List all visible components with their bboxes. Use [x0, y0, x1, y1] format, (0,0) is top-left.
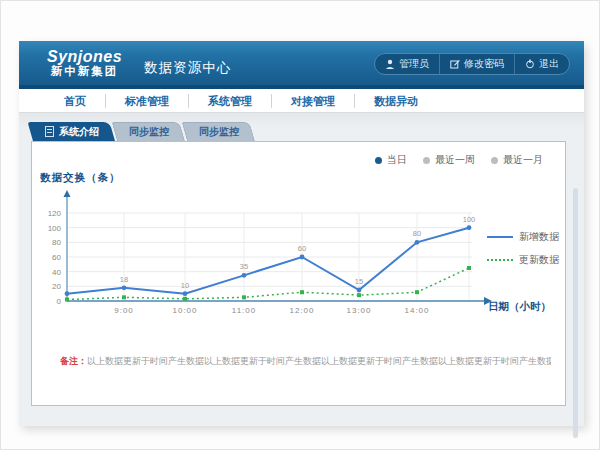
tab-sync-monitor-2[interactable]: 同步监控 [187, 122, 255, 141]
legend-update-data: 更新数据 [487, 253, 559, 267]
svg-text:60: 60 [52, 253, 61, 262]
filter-last-month[interactable]: 最近一月 [491, 153, 543, 167]
document-icon [45, 126, 54, 137]
tab-system-intro-label: 系统介绍 [59, 122, 99, 141]
line-chart: 0204060801001209:0010:0011:0012:0013:001… [32, 185, 502, 335]
svg-text:11:00: 11:00 [232, 306, 256, 315]
brand-subtitle: 新中新集团 [47, 65, 122, 77]
svg-text:120: 120 [48, 209, 62, 218]
svg-text:80: 80 [413, 229, 421, 238]
filter-today[interactable]: 当日 [375, 153, 407, 167]
time-range-filters: 当日 最近一周 最近一月 [375, 153, 543, 167]
user-menu: 管理员 修改密码 退出 [374, 53, 570, 75]
x-axis-title: 日期（小时） [488, 300, 551, 314]
main-nav: 首页 标准管理 系统管理 对接管理 数据异动 [19, 89, 584, 113]
legend-dotted-line-icon [487, 259, 513, 261]
tab-sync-monitor-1[interactable]: 同步监控 [117, 122, 185, 141]
note-text: 以上数据更新于时间产生数据以上数据更新于时间产生数据以上数据更新于时间产生数据以… [87, 356, 551, 366]
change-password-label: 修改密码 [464, 57, 504, 71]
legend-new-data-label: 新增数据 [519, 230, 559, 244]
tab-system-intro[interactable]: 系统介绍 [33, 122, 115, 141]
tab-bar: 系统介绍 同步监控 同步监控 [33, 122, 257, 141]
filter-last-week[interactable]: 最近一周 [423, 153, 475, 167]
user-menu-admin[interactable]: 管理员 [375, 54, 439, 74]
tab-sync-monitor-2-label: 同步监控 [199, 122, 239, 141]
chart-panel: 当日 最近一周 最近一月 数据交换（条） 0204060801001209:00… [31, 141, 566, 406]
svg-text:80: 80 [52, 238, 61, 247]
legend-solid-line-icon [487, 236, 513, 238]
logout-button[interactable]: 退出 [514, 54, 569, 74]
svg-text:40: 40 [52, 268, 61, 277]
svg-text:35: 35 [240, 262, 248, 271]
radio-selected-icon [375, 157, 382, 164]
chart-canvas: 0204060801001209:0010:0011:0012:0013:001… [32, 185, 502, 335]
svg-text:9:00: 9:00 [114, 306, 134, 315]
power-icon [525, 59, 535, 69]
svg-text:13:00: 13:00 [346, 306, 371, 315]
content-area: 系统介绍 同步监控 同步监控 当日 [19, 113, 584, 422]
filter-last-week-label: 最近一周 [435, 153, 475, 167]
note-label: 备注： [60, 356, 87, 366]
brand-name: Synjones [47, 49, 122, 66]
user-icon [385, 59, 395, 69]
page-title: 数据资源中心 [144, 59, 231, 77]
user-menu-admin-label: 管理员 [399, 57, 429, 71]
svg-text:100: 100 [463, 215, 476, 224]
app-window: Synjones 新中新集团 数据资源中心 管理员 修改密码 [19, 41, 584, 426]
svg-text:100: 100 [48, 224, 62, 233]
nav-item-home[interactable]: 首页 [45, 94, 105, 108]
app-header: Synjones 新中新集团 数据资源中心 管理员 修改密码 [19, 41, 584, 89]
radio-icon [423, 157, 430, 164]
svg-text:12:00: 12:00 [289, 306, 314, 315]
nav-item-standards[interactable]: 标准管理 [105, 94, 188, 108]
svg-text:18: 18 [120, 275, 128, 284]
svg-text:60: 60 [298, 244, 306, 253]
change-password-button[interactable]: 修改密码 [439, 54, 514, 74]
chart-legend: 新增数据 更新数据 [487, 230, 559, 276]
svg-text:15: 15 [355, 277, 363, 286]
tab-sync-monitor-1-label: 同步监控 [129, 122, 169, 141]
svg-text:10:00: 10:00 [172, 306, 197, 315]
brand-logo: Synjones 新中新集团 [47, 49, 122, 78]
nav-item-integration[interactable]: 对接管理 [271, 94, 354, 108]
radio-icon [491, 157, 498, 164]
filter-last-month-label: 最近一月 [503, 153, 543, 167]
vertical-scrollbar[interactable] [573, 188, 578, 438]
desktop-background: Synjones 新中新集团 数据资源中心 管理员 修改密码 [0, 0, 600, 450]
svg-text:14:00: 14:00 [404, 306, 429, 315]
nav-item-system[interactable]: 系统管理 [188, 94, 271, 108]
y-axis-title: 数据交换（条） [40, 171, 121, 185]
footer-note: 备注：以上数据更新于时间产生数据以上数据更新于时间产生数据以上数据更新于时间产生… [60, 355, 551, 368]
nav-item-data-changes[interactable]: 数据异动 [354, 94, 437, 108]
filter-today-label: 当日 [387, 153, 407, 167]
svg-text:10: 10 [181, 281, 189, 290]
logout-label: 退出 [539, 57, 559, 71]
legend-update-data-label: 更新数据 [519, 253, 559, 267]
svg-text:20: 20 [52, 282, 61, 291]
edit-icon [450, 59, 460, 69]
legend-new-data: 新增数据 [487, 230, 559, 244]
svg-text:0: 0 [57, 297, 62, 306]
